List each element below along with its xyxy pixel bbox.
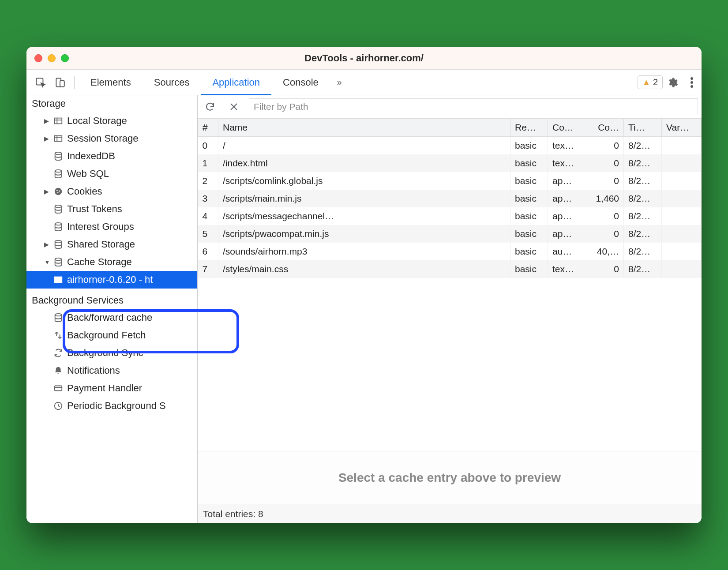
cell: 8/2…	[624, 243, 662, 260]
tab-elements[interactable]: Elements	[79, 70, 143, 95]
db-icon	[52, 257, 64, 267]
cell: 6	[198, 243, 218, 260]
sidebar-item-web-sql[interactable]: Web SQL	[26, 165, 197, 183]
svg-rect-20	[55, 386, 62, 391]
zoom-window-button[interactable]	[61, 54, 69, 62]
cell: au…	[548, 243, 584, 260]
sidebar-item-background-sync[interactable]: Background Sync	[26, 344, 197, 362]
sidebar-item-airhorner-0-6-20-ht[interactable]: airhorner-0.6.20 - ht	[26, 271, 197, 289]
cell: 0	[198, 137, 218, 155]
sidebar-item-notifications[interactable]: Notifications	[26, 362, 197, 379]
window-controls	[34, 54, 69, 62]
sidebar-item-label: Interest Groups	[64, 221, 134, 232]
sidebar-item-label: IndexedDB	[64, 150, 115, 162]
tab-application[interactable]: Application	[201, 70, 271, 95]
settings-icon[interactable]	[663, 73, 682, 92]
cell	[662, 190, 702, 207]
sidebar-item-session-storage[interactable]: ▶Session Storage	[26, 130, 197, 147]
cell: 8/2…	[624, 260, 662, 278]
column-header[interactable]: Re…	[510, 119, 548, 137]
sidebar-item-periodic-background-s[interactable]: Periodic Background S	[26, 397, 197, 415]
sidebar-item-local-storage[interactable]: ▶Local Storage	[26, 112, 197, 130]
cookie-icon	[52, 187, 64, 196]
table-row[interactable]: 0/basictex…08/2…	[198, 137, 702, 155]
cell: /styles/main.css	[218, 260, 510, 278]
sync-icon	[52, 348, 64, 358]
svg-point-12	[59, 191, 60, 192]
cell: 0	[584, 172, 624, 190]
column-header[interactable]: Name	[218, 119, 510, 137]
svg-point-16	[55, 240, 62, 243]
cell: tex…	[548, 260, 584, 278]
sidebar-item-background-fetch[interactable]: Background Fetch	[26, 326, 197, 344]
device-toolbar-icon[interactable]	[50, 73, 70, 92]
tabs-overflow-button[interactable]: »	[330, 77, 349, 87]
refresh-button[interactable]	[201, 98, 219, 116]
cell: 2	[198, 172, 218, 190]
cell: basic	[510, 243, 548, 260]
db-icon	[52, 313, 64, 322]
table-row[interactable]: 6/sounds/airhorn.mp3basicau…40,…8/2…	[198, 243, 702, 260]
titlebar: DevTools - airhorner.com/	[26, 47, 702, 70]
cell: 0	[584, 137, 624, 155]
sidebar-item-label: Shared Storage	[64, 239, 135, 250]
caret-right-icon: ▶	[44, 241, 52, 248]
table-row[interactable]: 4/scripts/messagechannel…basicap…08/2…	[198, 207, 702, 225]
svg-rect-18	[55, 277, 62, 283]
window-title: DevTools - airhorner.com/	[26, 52, 702, 64]
cell: basic	[510, 172, 548, 190]
table-row[interactable]: 7/styles/main.cssbasictex…08/2…	[198, 260, 702, 278]
cell: basic	[510, 190, 548, 207]
sidebar-item-interest-groups[interactable]: Interest Groups	[26, 218, 197, 236]
column-header[interactable]: Var…	[662, 119, 702, 137]
sidebar-item-indexeddb[interactable]: IndexedDB	[26, 147, 197, 165]
sidebar-item-cache-storage[interactable]: ▼Cache Storage	[26, 253, 197, 271]
kebab-menu-icon[interactable]	[682, 73, 702, 92]
sidebar-item-label: Session Storage	[64, 133, 138, 144]
cell: 8/2…	[624, 190, 662, 207]
filter-input[interactable]	[249, 98, 698, 115]
close-window-button[interactable]	[34, 54, 42, 62]
caret-right-icon: ▶	[44, 135, 52, 142]
tab-console[interactable]: Console	[271, 70, 330, 95]
sidebar-item-payment-handler[interactable]: Payment Handler	[26, 379, 197, 397]
sidebar-item-shared-storage[interactable]: ▶Shared Storage	[26, 236, 197, 253]
cell: 4	[198, 207, 218, 225]
sidebar-item-back-forward-cache[interactable]: Back/forward cache	[26, 309, 197, 326]
delete-button[interactable]	[225, 98, 243, 116]
grid-icon	[52, 275, 64, 285]
column-header[interactable]: Co…	[548, 119, 584, 137]
column-header[interactable]: Ti…	[624, 119, 662, 137]
tab-sources[interactable]: Sources	[143, 70, 201, 95]
sidebar-item-label: Notifications	[64, 365, 120, 376]
cell: 8/2…	[624, 137, 662, 155]
table-row[interactable]: 3/scripts/main.min.jsbasicap…1,4608/2…	[198, 190, 702, 207]
column-header[interactable]: #	[198, 119, 218, 137]
svg-point-3	[690, 77, 693, 80]
cell: 5	[198, 225, 218, 243]
sidebar-item-cookies[interactable]: ▶Cookies	[26, 183, 197, 200]
preview-placeholder: Select a cache entry above to preview	[198, 451, 702, 504]
sidebar-item-trust-tokens[interactable]: Trust Tokens	[26, 200, 197, 218]
column-header[interactable]: Co…	[584, 119, 624, 137]
cell: tex…	[548, 154, 584, 172]
svg-point-11	[56, 190, 58, 191]
inspect-element-icon[interactable]	[31, 73, 50, 92]
cell: ap…	[548, 225, 584, 243]
cell: tex…	[548, 137, 584, 155]
minimize-window-button[interactable]	[48, 54, 56, 62]
sidebar-item-label: Back/forward cache	[64, 312, 152, 323]
table-row[interactable]: 2/scripts/comlink.global.jsbasicap…08/2…	[198, 172, 702, 190]
cache-entries-table: #NameRe…Co…Co…Ti…Var… 0/basictex…08/2…1/…	[198, 118, 702, 278]
table-row[interactable]: 5/scripts/pwacompat.min.jsbasicap…08/2…	[198, 225, 702, 243]
cell: basic	[510, 207, 548, 225]
sidebar-item-label: Background Fetch	[64, 330, 146, 341]
svg-rect-7	[55, 136, 62, 142]
cell: ap…	[548, 207, 584, 225]
issues-badge[interactable]: ▲ 2	[638, 75, 663, 89]
sidebar-item-label: Background Sync	[64, 347, 143, 359]
table-row[interactable]: 1/index.htmlbasictex…08/2…	[198, 154, 702, 172]
cell: 7	[198, 260, 218, 278]
sidebar-item-label: Cookies	[64, 186, 102, 197]
clock-icon	[52, 401, 64, 411]
